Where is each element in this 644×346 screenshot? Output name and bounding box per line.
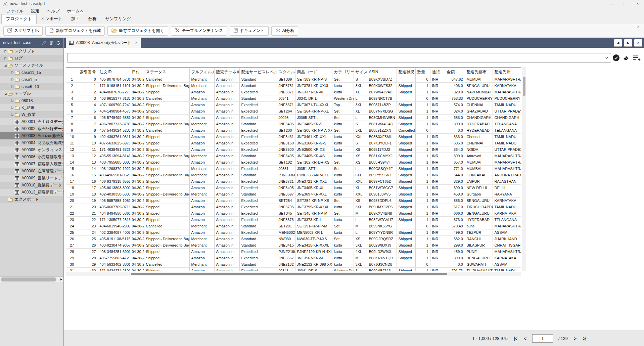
column-header[interactable]: サイズ [354,68,367,76]
grid-cell[interactable]: SET345-KR-NP-M [295,210,332,216]
grid-cell[interactable] [430,127,445,133]
grid-cell[interactable]: 1 [415,82,430,89]
grid-cell[interactable]: TELANGANA [493,127,521,133]
table-row[interactable]: 3130171-0434274-230156204-30-22ShippedAm… [66,267,521,271]
grid-cell[interactable]: PJNE3368 [277,172,295,178]
grid-cell[interactable]: 6XL [354,172,367,178]
grid-cell[interactable]: 04-30-22 [130,89,144,95]
grid-cell[interactable]: Amazon.in [214,108,239,114]
grid-cell[interactable]: Amazon [189,255,214,261]
grid-cell[interactable]: 403-4965581-9520319 [98,172,130,178]
grid-cell[interactable]: 04-30-22 [130,153,144,159]
grid-cell[interactable]: Expedited [239,146,277,153]
grid-cell[interactable]: SET291-KR-PP-M [295,223,332,229]
grid-cell[interactable]: Standard [239,172,277,178]
grid-cell[interactable]: XS [354,153,367,159]
chevron-collapsed-icon[interactable] [3,56,8,60]
grid-cell[interactable]: 11 [78,146,98,153]
grid-cell[interactable]: 574.0 [445,101,465,108]
grid-cell[interactable]: TAMIL NADU [493,204,521,210]
grid-cell[interactable]: 1 [415,235,430,242]
sidebar-horizontal-scrollbar[interactable]: ▶ [0,276,63,282]
tree-item[interactable]: ソースファイル [0,62,63,69]
grid-cell[interactable]: 657.0 [445,159,465,165]
grid-cell[interactable]: 1 [78,82,98,89]
grid-cell[interactable]: Shipped [397,159,415,165]
tree-item[interactable]: テーブル [0,90,63,97]
tree-item[interactable]: ログ [0,55,63,62]
maximize-button[interactable]: □ [618,0,631,7]
grid-cell[interactable]: L [354,216,367,223]
grid-cell[interactable]: 405-5513694-8146768 [98,153,130,159]
grid-cell[interactable]: Shipped [144,101,189,108]
grid-cell[interactable]: B098117DJ3 [367,146,397,153]
grid-cell[interactable]: MUMBAI [465,76,493,82]
grid-cell[interactable]: JNE3567 [277,255,295,261]
grid-cell[interactable]: Amazon [189,159,214,165]
grid-cell[interactable]: XL [354,108,367,114]
grid-cell[interactable]: TIRUCHIRAPPALLI [465,204,493,210]
grid-cell[interactable]: Set [332,235,354,242]
tab-next-button[interactable]: ▶ [624,39,632,47]
table-row[interactable]: 10405-8078784-573154504-30-22CancelledMe… [66,76,521,82]
grid-cell[interactable]: Expedited [239,216,277,223]
grid-cell[interactable]: B0983DDPL6 [367,197,397,204]
table-row[interactable]: 1615403-4965581-952031904-30-22Shipped -… [66,172,521,178]
grid-cell[interactable]: kurta [332,178,354,184]
grid-cell[interactable]: Shipped [397,172,415,178]
grid-cell[interactable]: NOIDA [465,146,493,153]
tree-item[interactable]: K_結果 [0,104,63,111]
grid-cell[interactable]: Set [332,114,354,121]
grid-cell[interactable]: Amazon.in [214,153,239,159]
grid-cell[interactable]: JNE3795 [277,204,295,210]
table-row[interactable]: 1413408-7955685-308353404-30-22ShippedAm… [66,159,521,165]
grid-cell[interactable]: Expedited [239,165,277,172]
row-number-cell[interactable]: 15 [66,165,78,172]
grid-cell[interactable]: Amazon [189,216,214,223]
grid-cell[interactable]: JNE3461 [277,133,295,140]
grid-cell[interactable]: HYDERABAD [465,127,493,133]
grid-cell[interactable]: JNE3405 [277,121,295,127]
grid-cell[interactable]: Shipped [397,133,415,140]
table-row[interactable]: 54407-1069790-724032004-30-22ShippedAmaz… [66,101,521,108]
grid-cell[interactable]: J0341 [277,95,295,101]
grid-cell[interactable]: Standard [239,242,277,248]
grid-cell[interactable]: MAHARASHTRA [493,159,521,165]
table-row[interactable]: 1110407-5633625-697074104-30-22ShippedAm… [66,140,521,146]
grid-cell[interactable]: XXL [354,178,367,184]
grid-cell[interactable]: Amazon.in [214,255,239,261]
grid-cell[interactable]: Amazon.in [214,191,239,197]
table-row[interactable]: 2524402-3384087-400516404-30-22ShippedAm… [66,229,521,235]
grid-cell[interactable]: GHAZIABAD [465,108,493,114]
grid-cell[interactable]: SET182-KR-DH-XS [295,159,332,165]
tree-item[interactable]: case11_15 [0,69,63,76]
grid-cell[interactable]: 404-5933402-8801952 [98,261,130,267]
grid-cell[interactable]: 1 [415,216,430,223]
chevron-collapsed-icon[interactable] [10,85,15,88]
grid-cell[interactable]: 04-30-22 [130,255,144,261]
column-header[interactable]: ASIN [367,68,397,76]
grid-cell[interactable]: 406-9379318-6555504 [98,178,130,184]
grid-cell[interactable]: Amazon [189,178,214,184]
grid-cell[interactable]: Amazon.in [214,216,239,223]
grid-cell[interactable]: Shipped [397,267,415,271]
edit-icon[interactable] [42,41,46,45]
grid-cell[interactable]: SET182 [277,159,295,165]
table-row[interactable]: 109402-4393761-031152004-30-22ShippedAma… [66,133,521,140]
grid-cell[interactable]: INR [430,184,445,191]
grid-cell[interactable]: TELANGANA [493,216,521,223]
grid-cell[interactable]: 10 [78,140,98,146]
grid-cell[interactable]: 04-30-22 [130,178,144,184]
grid-cell[interactable]: Cancelled [144,261,189,267]
grid-cell[interactable]: Amazon.in [214,178,239,184]
grid-cell[interactable]: MEN5002 [277,229,295,235]
grid-cell[interactable]: SET264-KR-NP-XL [295,108,332,114]
grid-cell[interactable]: JNE3405-KR-S [295,121,332,127]
grid-cell[interactable]: 402-4030358-5835511 [98,191,130,197]
grid-cell[interactable]: BENGALURU [465,210,493,216]
grid-cell[interactable]: JNE3671 [277,101,295,108]
grid-cell[interactable]: HARYANA [493,191,521,197]
grid-cell[interactable]: 04-30-22 [130,172,144,178]
grid-cell[interactable]: 3XL [354,261,367,267]
grid-cell[interactable]: JNE2132 [277,261,295,267]
